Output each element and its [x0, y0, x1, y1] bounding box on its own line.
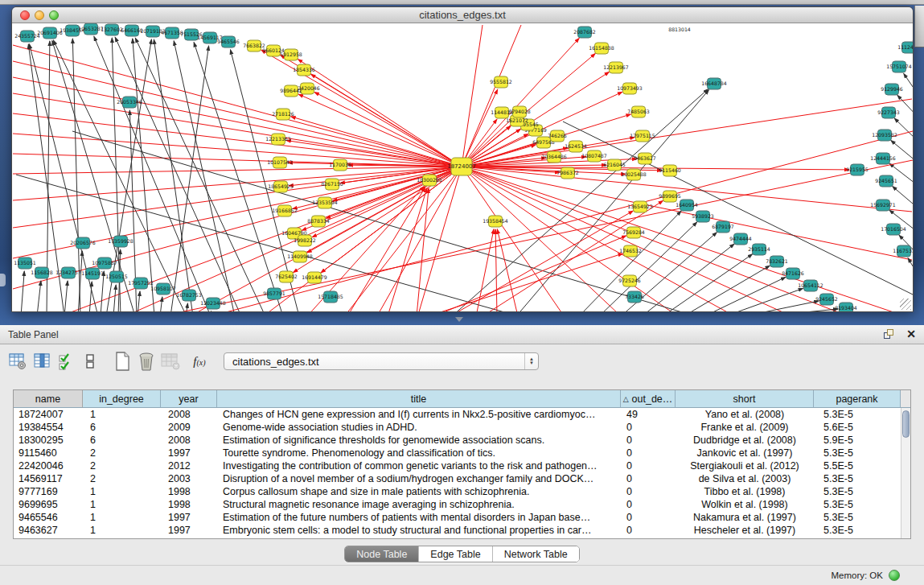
graph-node[interactable]: 17359928 [108, 236, 133, 247]
table-options-icon[interactable] [6, 350, 29, 373]
graph-node[interactable]: 20364486 [541, 151, 567, 163]
table-cell[interactable]: Wolkin et al. (1998) [676, 498, 814, 511]
graph-node[interactable]: 9215955 [846, 164, 869, 175]
table-cell[interactable]: 5.3E-5 [814, 498, 901, 511]
column-header-year[interactable]: year [161, 390, 217, 408]
graph-node[interactable]: 6216045 [603, 159, 626, 171]
tab-edge-table[interactable]: Edge Table [419, 546, 492, 562]
tab-network-table[interactable]: Network Table [493, 546, 579, 562]
graph-node[interactable]: 9115460 [659, 165, 681, 176]
table-cell[interactable]: 2 [83, 447, 161, 459]
graph-node[interactable]: 10654112 [798, 280, 823, 291]
graph-node[interactable]: 9725246 [618, 275, 641, 286]
table-cell[interactable]: Corpus callosum shape and size in male p… [217, 485, 621, 498]
graph-node[interactable]: 5912958 [280, 49, 302, 60]
table-cell[interactable]: 2008 [161, 434, 217, 447]
table-cell[interactable]: 2 [83, 472, 161, 485]
table-row[interactable]: 969969511998Structural magnetic resonanc… [14, 498, 910, 511]
table-cell[interactable]: 1 [83, 524, 161, 537]
graph-node[interactable]: 12213967 [603, 62, 629, 73]
table-cell[interactable]: Franke et al. (2009) [676, 421, 814, 434]
table-cell[interactable]: 0 [621, 421, 676, 434]
table-cell[interactable]: Investigating the contribution of common… [217, 459, 621, 472]
table-cell[interactable]: 5.5E-5 [814, 459, 901, 472]
graph-node[interactable]: 5938923 [692, 211, 714, 222]
graph-node[interactable]: 746266 [548, 130, 567, 142]
table-cell[interactable]: Dudbridge et al. (2008) [676, 434, 814, 447]
table-cell[interactable]: 0 [621, 459, 676, 472]
table-cell[interactable]: Yano et al. (2008) [676, 408, 814, 421]
new-column-icon[interactable] [111, 350, 133, 373]
graph-node[interactable]: 9474444 [729, 233, 752, 245]
rows-icon[interactable] [79, 350, 101, 373]
table-cell[interactable]: 9465546 [14, 511, 83, 524]
table-cell[interactable]: 2003 [161, 472, 217, 485]
table-cell[interactable]: 19384554 [14, 421, 83, 434]
checklist-icon[interactable] [55, 350, 77, 373]
graph-node[interactable]: 17957252 [128, 278, 154, 289]
graph-node[interactable]: 1998222 [294, 235, 316, 246]
column-header-in_degree[interactable]: in_degree [83, 390, 161, 408]
table-cell[interactable]: 0 [621, 511, 676, 524]
table-cell[interactable]: 2008 [161, 408, 217, 421]
graph-node[interactable]: 15751074 [886, 61, 912, 72]
panel-splitter-handle[interactable] [455, 317, 463, 322]
table-cell[interactable]: Embryonic stem cells: a model to study s… [217, 524, 621, 537]
table-cell[interactable]: 5.3E-5 [814, 447, 901, 459]
graph-node[interactable]: 16648784 [701, 78, 727, 89]
graph-node[interactable]: 24355724 [14, 31, 40, 42]
network-canvas[interactable]: 2435572420691406193845541065328713276026… [12, 23, 913, 311]
table-cell[interactable]: 1998 [161, 485, 217, 498]
table-cell[interactable]: Tibbo et al. (1998) [676, 485, 814, 498]
table-cell[interactable]: 49 [621, 408, 676, 421]
table-cell[interactable]: 5.3E-5 [814, 472, 901, 485]
table-scrollbar[interactable] [901, 408, 910, 538]
graph-node[interactable]: 16782753 [176, 290, 202, 301]
table-cell[interactable]: 9777169 [14, 485, 83, 498]
graph-node[interactable]: 20053346 [117, 97, 142, 108]
table-cell[interactable]: 2012 [161, 459, 217, 472]
table-cell[interactable]: 5.3E-5 [814, 511, 901, 524]
graph-node[interactable]: 20206576 [70, 237, 96, 249]
table-row[interactable]: 1938455462009Genome-wide association stu… [14, 421, 910, 434]
table-cell[interactable]: 1997 [161, 511, 217, 524]
column-header-title[interactable]: title [217, 390, 621, 408]
table-cell[interactable]: de Silva et al. (2003) [676, 472, 814, 485]
table-cell[interactable]: Stergiakouli et al. (2012) [676, 459, 814, 472]
graph-node[interactable]: 6879197 [712, 221, 734, 233]
graph-node[interactable]: 17975115 [630, 130, 655, 142]
column-header-name[interactable]: name [14, 390, 83, 408]
column-header-out_de[interactable]: △out_de… [621, 390, 676, 408]
scrollbar-thumb[interactable] [902, 410, 910, 438]
column-header-short[interactable]: short [676, 390, 814, 408]
table-cell[interactable]: 18724007 [14, 408, 83, 421]
table-cell[interactable]: 1 [83, 498, 161, 511]
graph-node[interactable]: 9245652 [815, 294, 838, 305]
window-titlebar[interactable]: citations_edges.txt [12, 7, 913, 23]
table-cell[interactable]: Structural magnetic resonance image aver… [217, 498, 621, 511]
table-cell[interactable]: 9699695 [14, 498, 83, 511]
graph-node[interactable]: 1327602 [101, 24, 123, 35]
graph-node[interactable]: 17016504 [881, 224, 906, 235]
graph-node[interactable]: 2087682 [573, 27, 596, 38]
column-chooser-icon[interactable] [31, 350, 53, 373]
table-cell[interactable]: 6 [83, 421, 161, 434]
graph-node[interactable]: 12444156 [870, 153, 896, 164]
table-cell[interactable]: 5.3E-5 [814, 408, 901, 421]
graph-node[interactable]: 1156828 [31, 267, 53, 278]
graph-node[interactable]: 12213363 [265, 134, 291, 145]
graph-node[interactable]: 20691406 [37, 27, 63, 39]
function-builder-icon[interactable]: f(x) [188, 350, 211, 373]
table-cell[interactable]: 1997 [161, 524, 217, 537]
table-cell[interactable]: Changes of HCN gene expression and I(f) … [217, 408, 621, 421]
graph-node[interactable]: 9465546 [217, 36, 240, 47]
graph-node[interactable]: 8878334 [307, 216, 330, 227]
graph-node[interactable]: 8193404 [835, 303, 857, 311]
table-cell[interactable]: 1 [83, 511, 161, 524]
delete-column-icon[interactable] [135, 350, 158, 373]
float-panel-icon[interactable] [884, 329, 895, 340]
table-cell[interactable]: Disruption of a novel member of a sodium… [217, 472, 621, 485]
graph-node[interactable]: 12093582 [872, 130, 897, 141]
table-cell[interactable]: 2009 [161, 421, 217, 434]
graph-node[interactable]: 16914479 [302, 272, 327, 283]
